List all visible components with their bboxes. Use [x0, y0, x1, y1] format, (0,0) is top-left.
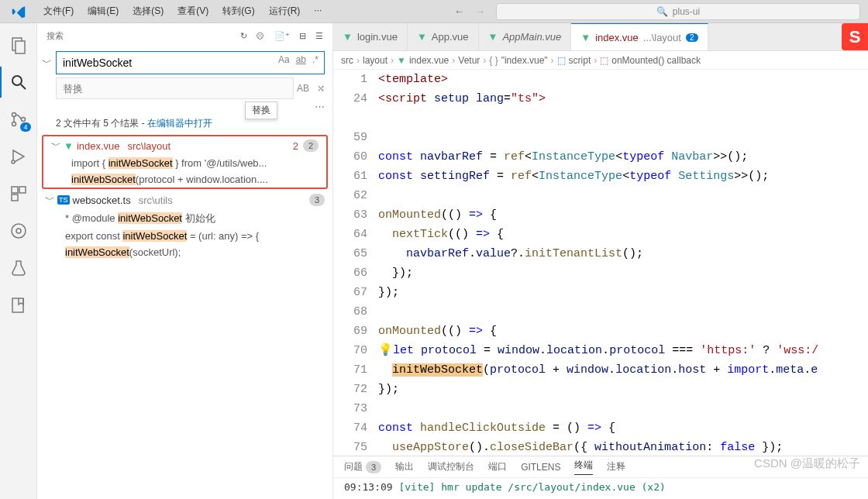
tab-badge: 2 — [686, 33, 698, 42]
svg-point-11 — [12, 224, 26, 238]
panel-problems[interactable]: 问题3 — [344, 460, 381, 473]
match-line[interactable]: export const initWebSocket = (url: any) … — [65, 228, 332, 244]
activity-explorer[interactable] — [0, 29, 37, 60]
svg-point-2 — [12, 76, 22, 85]
result-file-index-vue: ﹀ ▼ index.vue src\layout 2 2 import { in… — [42, 135, 328, 189]
nav-forward-icon[interactable]: → — [475, 5, 485, 17]
svg-line-3 — [21, 84, 26, 89]
result-file-head[interactable]: ﹀ TS websocket.ts src\utils 3 — [37, 191, 332, 209]
search-results: ﹀ ▼ index.vue src\layout 2 2 import { in… — [37, 133, 332, 499]
preserve-case-toggle[interactable]: AB — [297, 83, 309, 94]
command-center-text: plus-ui — [673, 6, 700, 17]
svg-rect-13 — [12, 298, 23, 312]
panel-debug[interactable]: 调试控制台 — [428, 460, 474, 473]
menu-bar: 文件(F) 编辑(E) 选择(S) 查看(V) 转到(G) 运行(R) ··· — [37, 2, 328, 21]
breadcrumb[interactable]: src› layout› ▼ index.vue› Vetur› { } "in… — [333, 51, 868, 70]
ts-icon: TS — [57, 195, 70, 205]
menu-more[interactable]: ··· — [308, 2, 328, 21]
match-case-toggle[interactable]: Aa — [278, 54, 290, 65]
activity-extensions[interactable] — [0, 178, 37, 209]
search-header: 搜索 ↻ ⛒ 📄⁺ ⊟ ☰ — [37, 23, 332, 48]
title-bar: 文件(F) 编辑(E) 选择(S) 查看(V) 转到(G) 运行(R) ··· … — [0, 0, 868, 23]
activity-test[interactable] — [0, 253, 37, 284]
panel-terminal[interactable]: 终端 — [574, 459, 593, 475]
replace-all-icon[interactable]: ⤭ — [317, 83, 325, 94]
match-word-toggle[interactable]: ab — [296, 54, 306, 65]
panel-ports[interactable]: 端口 — [488, 460, 507, 473]
toggle-replace-icon[interactable]: ﹀ — [42, 56, 53, 70]
vue-icon: ▼ — [343, 31, 353, 43]
nav-arrows: ← → — [443, 5, 496, 17]
clear-icon[interactable]: ⛒ — [257, 31, 265, 41]
tab-appmain-vue[interactable]: ▼AppMain.vue — [479, 23, 572, 50]
match-count-badge: 2 — [303, 139, 319, 152]
activity-scm[interactable]: 4 — [0, 104, 37, 135]
svg-point-7 — [12, 160, 15, 163]
menu-go[interactable]: 转到(G) — [216, 2, 260, 21]
panel-comments[interactable]: 注释 — [607, 460, 625, 473]
activity-remote[interactable] — [0, 215, 37, 246]
menu-edit[interactable]: 编辑(E) — [81, 2, 125, 21]
sogou-ime-icon: S — [842, 23, 868, 50]
command-center[interactable]: 🔍 plus-ui — [496, 3, 860, 20]
open-in-editor-link[interactable]: 在编辑器中打开 — [147, 118, 212, 129]
menu-run[interactable]: 运行(R) — [263, 2, 307, 21]
svg-point-5 — [12, 122, 16, 126]
activity-search[interactable] — [0, 67, 37, 98]
view-mode-icon[interactable]: ☰ — [315, 31, 323, 41]
tab-bar: ▼login.vue ▼App.vue ▼AppMain.vue ▼ index… — [333, 23, 868, 51]
svg-rect-9 — [19, 187, 26, 193]
vue-icon: ▼ — [64, 140, 74, 152]
vscode-logo-icon — [0, 5, 37, 19]
svg-rect-1 — [16, 41, 25, 53]
code-content[interactable]: <template><script setup lang="ts"> const… — [378, 70, 868, 456]
bottom-panel: 问题3 输出 调试控制台 端口 GITLENS 终端 注释 09:13:09 [… — [333, 456, 868, 499]
tab-app-vue[interactable]: ▼App.vue — [408, 23, 479, 50]
activity-bar: 4 — [0, 23, 37, 499]
tab-login-vue[interactable]: ▼login.vue — [333, 23, 408, 50]
vue-icon: ▼ — [417, 31, 427, 43]
svg-rect-8 — [12, 187, 18, 193]
svg-point-6 — [21, 118, 25, 122]
editor-area: ▼login.vue ▼App.vue ▼AppMain.vue ▼ index… — [333, 23, 868, 499]
nav-back-icon[interactable]: ← — [454, 5, 464, 17]
terminal-output[interactable]: 09:13:09 [vite] hmr update /src/layout/i… — [333, 478, 868, 499]
result-file-head[interactable]: ﹀ ▼ index.vue src\layout 2 2 — [43, 136, 326, 155]
panel-tabs: 问题3 输出 调试控制台 端口 GITLENS 终端 注释 — [333, 456, 868, 478]
results-summary: 2 文件中有 5 个结果 - 在编辑器中打开 — [37, 112, 332, 133]
regex-toggle[interactable]: .* — [312, 54, 319, 65]
match-line[interactable]: initWebSocket(socketUrl); — [65, 244, 332, 260]
match-line[interactable]: * @module initWebSocket 初始化 — [65, 209, 332, 228]
vue-icon: ▼ — [488, 31, 498, 43]
vue-icon: ▼ — [580, 32, 591, 43]
result-file-websocket-ts: ﹀ TS websocket.ts src\utils 3 * @module … — [37, 191, 332, 260]
tab-index-vue[interactable]: ▼ index.vue ...\layout 2 — [571, 23, 708, 50]
replace-input[interactable] — [56, 77, 294, 99]
chevron-down-icon: ﹀ — [45, 193, 54, 207]
match-line[interactable]: initWebSocket(protocol + window.location… — [71, 171, 326, 188]
refresh-icon[interactable]: ↻ — [240, 31, 247, 41]
activity-run[interactable] — [0, 141, 37, 172]
line-gutter: 1245960616263646566676869707172737475 — [333, 70, 378, 456]
search-icon: 🔍 — [656, 6, 668, 17]
match-line[interactable]: import { initWebSocket } from '@/utils/w… — [71, 155, 326, 171]
svg-point-4 — [12, 113, 16, 117]
scm-badge: 4 — [20, 122, 30, 132]
activity-bookmark[interactable] — [0, 290, 37, 321]
code-editor[interactable]: 1245960616263646566676869707172737475 <t… — [333, 70, 868, 456]
new-file-icon[interactable]: 📄⁺ — [274, 31, 290, 41]
panel-output[interactable]: 输出 — [395, 460, 414, 473]
chevron-down-icon: ﹀ — [51, 139, 60, 153]
svg-rect-10 — [12, 194, 18, 201]
svg-point-12 — [16, 229, 21, 233]
match-count-badge: 3 — [309, 194, 325, 206]
menu-view[interactable]: 查看(V) — [171, 2, 215, 21]
panel-gitlens[interactable]: GITLENS — [521, 462, 560, 473]
menu-file[interactable]: 文件(F) — [37, 2, 80, 21]
replace-tooltip: 替换 — [245, 102, 277, 119]
search-sidebar: 搜索 ↻ ⛒ 📄⁺ ⊟ ☰ ﹀ Aa ab .* AB — [37, 23, 333, 499]
collapse-icon[interactable]: ⊟ — [299, 31, 306, 41]
search-title: 搜索 — [46, 30, 240, 42]
toggle-details-icon[interactable]: ⋯ — [315, 101, 325, 112]
menu-selection[interactable]: 选择(S) — [126, 2, 170, 21]
